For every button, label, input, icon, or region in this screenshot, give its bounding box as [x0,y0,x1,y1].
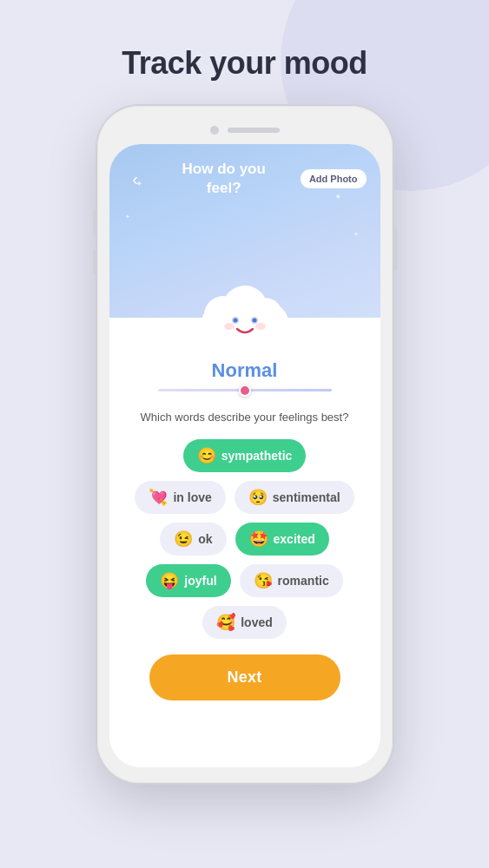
sympathetic-emoji: 😊 [197,446,216,465]
star-decoration: ✦ [135,179,142,188]
cloud-svg [197,270,293,344]
excited-emoji: 🤩 [249,529,268,549]
emotion-tag-loved[interactable]: 🥰 loved [202,606,287,639]
phone-button-right [393,227,397,271]
excited-label: excited [274,532,315,546]
header-top-row: ‹ How do you feel? Add Photo [109,144,380,198]
star-decoration2: ✦ [125,214,130,220]
header-title: How do you feel? [148,160,301,198]
joyful-label: joyful [184,574,216,588]
emotion-row-3: 😉 ok 🤩 excited [160,523,329,556]
emotion-row-1: 😊 sympathetic [183,439,307,472]
cloud-character [197,270,293,344]
svg-point-9 [255,323,266,330]
phone-frame: ✦ ✦ ✦ ✦ ‹ How do you feel? Add Photo [97,106,393,783]
next-button[interactable]: Next [149,654,340,700]
ok-emoji: 😉 [174,529,193,549]
mood-label: Normal [212,359,278,382]
svg-point-8 [224,323,235,330]
loved-emoji: 🥰 [216,613,235,632]
star-decoration4: ✦ [354,231,359,238]
emotion-row-5: 🥰 loved [202,606,287,639]
phone-screen: ✦ ✦ ✦ ✦ ‹ How do you feel? Add Photo [109,144,380,767]
svg-point-6 [233,319,237,323]
in-love-label: in love [173,490,211,504]
sympathetic-label: sympathetic [221,449,293,463]
in-love-emoji: 💘 [149,488,168,507]
mood-slider[interactable] [158,389,332,391]
star-decoration3: ✦ [334,192,341,201]
page-title: Track your mood [122,45,367,82]
phone-top-bar [109,118,380,142]
emotion-tag-excited[interactable]: 🤩 excited [235,523,329,556]
romantic-label: romantic [278,574,329,588]
emotion-tag-romantic[interactable]: 😘 romantic [240,564,343,597]
emotion-tag-ok[interactable]: 😉 ok [160,523,226,556]
app-header: ✦ ✦ ✦ ✦ ‹ How do you feel? Add Photo [109,144,380,318]
emotion-row-2: 💘 in love 🥺 sentimental [135,481,354,514]
romantic-emoji: 😘 [254,571,273,590]
ok-label: ok [198,532,212,546]
add-photo-button[interactable]: Add Photo [301,169,367,188]
emotion-tag-joyful[interactable]: 😝 joyful [146,564,230,597]
mood-slider-dot [239,385,251,397]
loved-label: loved [241,615,273,629]
svg-point-7 [252,319,256,323]
emotion-grid: 😊 sympathetic 💘 in love 🥺 sentimental [127,439,363,639]
phone-speaker [228,128,280,133]
phone-button-left [93,210,97,236]
phone-camera [210,126,219,135]
emotion-tag-in-love[interactable]: 💘 in love [135,481,225,514]
emotion-tag-sentimental[interactable]: 🥺 sentimental [235,481,354,514]
app-body: Normal Which words describe your feeling… [109,318,380,767]
feelings-question: Which words describe your feelings best? [141,411,349,424]
sentimental-emoji: 🥺 [248,488,268,507]
emotion-row-4: 😝 joyful 😘 romantic [146,564,342,597]
joyful-emoji: 😝 [160,571,179,590]
emotion-tag-sympathetic[interactable]: 😊 sympathetic [183,439,307,472]
sentimental-label: sentimental [273,490,340,504]
phone-button-left2 [93,249,97,275]
